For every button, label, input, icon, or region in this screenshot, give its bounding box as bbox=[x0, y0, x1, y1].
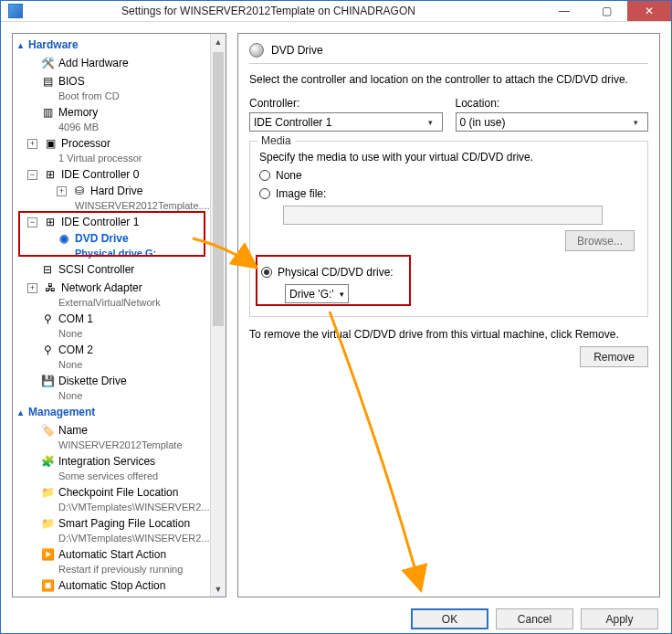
expand-icon[interactable]: + bbox=[27, 139, 37, 149]
apply-button[interactable]: Apply bbox=[581, 608, 658, 629]
start-icon: ▶️ bbox=[40, 547, 55, 562]
chevron-down-icon: ▾ bbox=[628, 114, 644, 130]
name-icon: 🏷️ bbox=[40, 423, 55, 438]
tree-checkpoint-sub: D:\VMTemplates\WINSERVER2... bbox=[13, 501, 226, 513]
scroll-thumb[interactable] bbox=[213, 52, 224, 326]
scsi-icon: ⊟ bbox=[40, 262, 55, 277]
image-file-textbox[interactable] bbox=[283, 206, 603, 225]
settings-window: Settings for WINSERVER2012Template on CH… bbox=[0, 0, 672, 634]
hardware-label: Hardware bbox=[28, 38, 79, 51]
expand-icon[interactable]: + bbox=[57, 186, 67, 196]
dialog-footer: OK Cancel Apply bbox=[1, 608, 671, 634]
tree-smartpaging-sub: D:\VMTemplates\WINSERVER2... bbox=[13, 532, 226, 544]
tree-ide1[interactable]: − ⊞ IDE Controller 1 bbox=[13, 214, 226, 230]
tree-memory[interactable]: ▥ Memory bbox=[13, 104, 226, 121]
collapse-icon: ▴ bbox=[18, 407, 23, 417]
tree-ide0[interactable]: − ⊞ IDE Controller 0 bbox=[13, 166, 226, 183]
scroll-down-icon[interactable]: ▼ bbox=[211, 581, 226, 597]
tree-scrollbar[interactable]: ▲ ▼ bbox=[210, 34, 226, 597]
ok-button[interactable]: OK bbox=[411, 608, 488, 629]
physical-drive-dropdown[interactable]: Drive 'G:' ▾ bbox=[285, 284, 349, 303]
dvd-icon: ◉ bbox=[57, 231, 71, 246]
content-area: ▴ Hardware 🛠️ Add Hardware ▤ BIOS Boot f… bbox=[1, 22, 671, 608]
chevron-down-icon: ▾ bbox=[423, 114, 438, 130]
com-port-icon: ⚲ bbox=[40, 312, 55, 326]
browse-button[interactable]: Browse... bbox=[565, 230, 635, 251]
tree-autostart[interactable]: ▶️ Automatic Start Action bbox=[13, 546, 226, 563]
management-label: Management bbox=[28, 406, 95, 418]
minimize-button[interactable]: — bbox=[543, 1, 585, 21]
tree-processor[interactable]: + ▣ Processor bbox=[13, 135, 226, 152]
close-button[interactable]: ✕ bbox=[627, 1, 671, 21]
tree-hard-drive[interactable]: + ⛁ Hard Drive bbox=[13, 183, 226, 199]
tree-dvd-drive[interactable]: ◉ DVD Drive bbox=[13, 230, 226, 247]
tree-processor-sub: 1 Virtual processor bbox=[13, 152, 226, 164]
remove-button[interactable]: Remove bbox=[580, 346, 648, 367]
folder-icon: 📁 bbox=[40, 485, 55, 500]
controller-icon: ⊞ bbox=[43, 215, 58, 229]
dvd-icon bbox=[249, 43, 264, 58]
com-port-icon: ⚲ bbox=[40, 343, 55, 357]
tree-network[interactable]: + 🖧 Network Adapter bbox=[13, 280, 226, 296]
folder-icon: 📁 bbox=[40, 516, 55, 531]
panel-heading: DVD Drive bbox=[271, 44, 323, 57]
detail-panel: DVD Drive Select the controller and loca… bbox=[237, 33, 660, 597]
tree-hard-drive-sub: WINSERVER2012Template.... bbox=[13, 199, 226, 212]
tree-com1[interactable]: ⚲ COM 1 bbox=[13, 311, 226, 327]
radio-none[interactable]: None bbox=[259, 169, 638, 182]
window-titlebar: Settings for WINSERVER2012Template on CH… bbox=[1, 1, 671, 22]
hardware-section-header[interactable]: ▴ Hardware bbox=[13, 36, 226, 54]
tree-integration[interactable]: 🧩 Integration Services bbox=[13, 453, 226, 470]
tree-smartpaging[interactable]: 📁 Smart Paging File Location bbox=[13, 515, 226, 532]
media-legend: Media bbox=[257, 134, 295, 147]
tree-com2[interactable]: ⚲ COM 2 bbox=[13, 342, 226, 358]
tree-integration-sub: Some services offered bbox=[13, 470, 226, 482]
tree-add-hardware[interactable]: 🛠️ Add Hardware bbox=[13, 55, 226, 71]
expand-icon[interactable]: + bbox=[27, 283, 37, 293]
collapse-icon: ▴ bbox=[18, 40, 23, 50]
hdd-icon: ⛁ bbox=[72, 184, 87, 198]
tree-scsi[interactable]: ⊟ SCSI Controller bbox=[13, 261, 226, 278]
location-dropdown[interactable]: 0 (in use) ▾ bbox=[456, 112, 649, 132]
cancel-button[interactable]: Cancel bbox=[496, 608, 573, 629]
scroll-up-icon[interactable]: ▲ bbox=[211, 34, 226, 49]
collapse-icon[interactable]: − bbox=[27, 217, 37, 227]
media-intro: Specify the media to use with your virtu… bbox=[259, 151, 638, 164]
services-icon: 🧩 bbox=[40, 454, 55, 469]
media-group: Media Specify the media to use with your… bbox=[249, 141, 648, 317]
cpu-icon: ▣ bbox=[43, 136, 58, 151]
tree-network-sub: ExternalVirtualNetwork bbox=[13, 296, 226, 309]
navigation-tree: ▴ Hardware 🛠️ Add Hardware ▤ BIOS Boot f… bbox=[12, 33, 226, 597]
tree-bios-sub: Boot from CD bbox=[13, 90, 226, 102]
collapse-icon[interactable]: − bbox=[27, 170, 37, 180]
tree-name-sub: WINSERVER2012Template bbox=[13, 439, 226, 451]
controller-dropdown[interactable]: IDE Controller 1 ▾ bbox=[249, 112, 443, 132]
tree-diskette-sub: None bbox=[13, 389, 226, 402]
radio-image-file[interactable]: Image file: bbox=[259, 187, 638, 200]
radio-icon bbox=[261, 267, 272, 278]
radio-physical-drive[interactable]: Physical CD/DVD drive: bbox=[261, 266, 636, 279]
controller-label: Controller: bbox=[249, 97, 443, 110]
tree-autostart-sub: Restart if previously running bbox=[13, 563, 226, 576]
memory-icon: ▥ bbox=[40, 105, 55, 120]
window-title: Settings for WINSERVER2012Template on CH… bbox=[0, 5, 543, 17]
tree-com1-sub: None bbox=[13, 327, 226, 340]
tree-checkpoint[interactable]: 📁 Checkpoint File Location bbox=[13, 484, 226, 501]
remove-text: To remove the virtual CD/DVD drive from … bbox=[249, 328, 648, 341]
location-label: Location: bbox=[456, 97, 649, 110]
tree-com2-sub: None bbox=[13, 358, 226, 371]
network-icon: 🖧 bbox=[43, 280, 58, 295]
tree-diskette[interactable]: 💾 Diskette Drive bbox=[13, 373, 226, 389]
tree-autostop[interactable]: ⏹️ Automatic Stop Action bbox=[13, 577, 226, 594]
tree-dvd-drive-sub: Physical drive G: bbox=[13, 247, 226, 259]
tree-bios[interactable]: ▤ BIOS bbox=[13, 73, 226, 90]
maximize-button[interactable]: ▢ bbox=[585, 1, 627, 21]
controller-icon: ⊞ bbox=[43, 167, 58, 182]
bios-icon: ▤ bbox=[40, 74, 55, 89]
tree-name[interactable]: 🏷️ Name bbox=[13, 422, 226, 439]
stop-icon: ⏹️ bbox=[40, 578, 55, 593]
radio-icon bbox=[259, 170, 270, 181]
radio-icon bbox=[259, 188, 270, 199]
management-section-header[interactable]: ▴ Management bbox=[13, 403, 226, 421]
tree-memory-sub: 4096 MB bbox=[13, 121, 226, 133]
